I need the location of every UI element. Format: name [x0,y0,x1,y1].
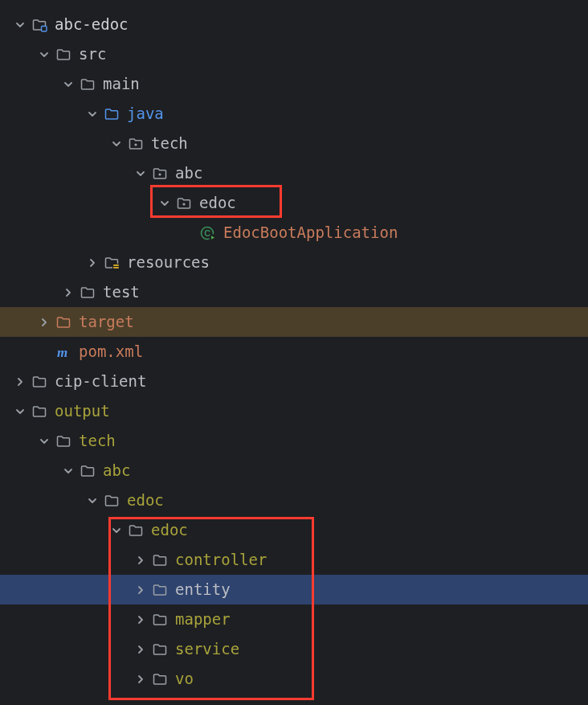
class-icon: C [199,224,217,242]
tree-item-label: entity [175,575,231,605]
svg-rect-8 [113,264,119,266]
tree-item-edoc[interactable]: edoc [0,188,588,218]
chevron-right-icon[interactable] [133,642,148,657]
tree-item-main[interactable]: main [0,69,588,99]
svg-point-3 [182,203,185,205]
tree-item-abc[interactable]: abc [0,158,588,188]
tree-item-label: edoc [199,188,236,218]
chevron-down-icon[interactable] [133,166,148,181]
tree-item-entity[interactable]: entity [0,575,588,605]
chevron-down-icon[interactable] [13,18,27,32]
tree-item-resources[interactable]: resources [0,248,588,277]
tree-item-test[interactable]: test [0,277,588,307]
tree-item-label: controller [175,545,267,575]
folder-icon [55,46,72,64]
tree-item-tech[interactable]: tech [0,426,588,456]
tree-item-src[interactable]: src [0,39,588,69]
chevron-right-icon[interactable] [61,285,76,300]
folder-icon [79,462,96,480]
tree-item-controller[interactable]: controller [0,545,588,575]
module-icon [31,16,48,34]
tree-item-label: edoc [151,515,188,545]
package-icon [175,195,193,212]
svg-point-1 [134,143,137,146]
folder-icon [151,611,169,629]
folder-icon [79,284,96,301]
tree-item-vo[interactable]: vo [0,664,588,694]
chevron-right-icon[interactable] [37,315,51,330]
tree-item-label: service [175,634,239,664]
folder-icon [151,581,169,599]
tree-item-label: output [55,396,110,426]
tree-item-label: vo [175,664,194,694]
chevron-right-icon[interactable] [133,583,148,597]
folder-icon [79,76,96,93]
folder-src-icon [103,105,120,123]
folder-icon [127,522,145,539]
tree-item-label: resources [127,248,210,277]
tree-item-label: mapper [175,605,231,634]
tree-item-target[interactable]: target [0,307,588,337]
chevron-down-icon[interactable] [37,434,51,449]
chevron-right-icon[interactable] [133,613,148,627]
chevron-down-icon[interactable] [61,77,76,92]
tree-item-label: edoc [127,486,164,515]
folder-icon [31,403,48,420]
tree-item-label: cip-client [55,367,146,396]
svg-rect-9 [113,267,119,268]
svg-text:m: m [57,345,67,360]
tree-item-label: abc [175,158,202,188]
chevron-down-icon[interactable] [157,196,172,211]
package-icon [127,135,145,153]
chevron-right-icon[interactable] [85,256,100,270]
tree-item-label: main [103,69,140,99]
chevron-down-icon[interactable] [37,47,51,62]
chevron-down-icon[interactable] [109,137,124,151]
tree-item-label: target [79,307,134,337]
tree-item-label: abc-edoc [55,10,129,39]
tree-item-label: pom.xml [79,337,143,367]
svg-point-2 [158,173,161,175]
tree-item-java[interactable]: java [0,99,588,129]
tree-item-label: src [79,39,106,69]
folder-icon [31,373,48,391]
folder-icon [151,641,169,658]
chevron-right-icon[interactable] [133,553,148,568]
tree-item-label: java [127,99,164,129]
chevron-down-icon[interactable] [85,494,100,508]
tree-item-mapper[interactable]: mapper [0,605,588,634]
folder-excl-icon [55,314,72,331]
chevron-right-icon[interactable] [133,672,148,687]
tree-item-label: abc [103,456,130,486]
tree-item-tech[interactable]: tech [0,129,588,158]
tree-item-abc[interactable]: abc [0,456,588,486]
tree-item-label: test [103,277,140,307]
tree-item-edocbootapplication[interactable]: CEdocBootApplication [0,218,588,248]
tree-item-service[interactable]: service [0,634,588,664]
folder-res-icon [103,254,120,272]
folder-icon [103,492,120,510]
chevron-down-icon[interactable] [109,523,124,538]
tree-item-label: EdocBootApplication [223,218,398,248]
folder-icon [55,432,72,450]
folder-icon [151,670,169,688]
tree-item-edoc[interactable]: edoc [0,486,588,515]
tree-item-pom-xml[interactable]: mpom.xml [0,337,588,367]
folder-icon [151,551,169,569]
svg-rect-0 [42,26,47,31]
tree-item-output[interactable]: output [0,396,588,426]
maven-icon: m [55,343,72,361]
tree-item-cip-client[interactable]: cip-client [0,367,588,396]
chevron-down-icon[interactable] [13,404,27,419]
tree-item-label: tech [151,129,188,158]
chevron-down-icon[interactable] [61,464,76,478]
tree-item-edoc[interactable]: edoc [0,515,588,545]
chevron-down-icon[interactable] [85,107,100,121]
project-tree: abc-edocsrcmainjavatechabcedocCEdocBootA… [0,0,588,694]
tree-item-label: tech [79,426,116,456]
tree-item-abc-edoc[interactable]: abc-edoc [0,10,588,39]
package-icon [151,165,169,182]
chevron-right-icon[interactable] [13,375,27,389]
